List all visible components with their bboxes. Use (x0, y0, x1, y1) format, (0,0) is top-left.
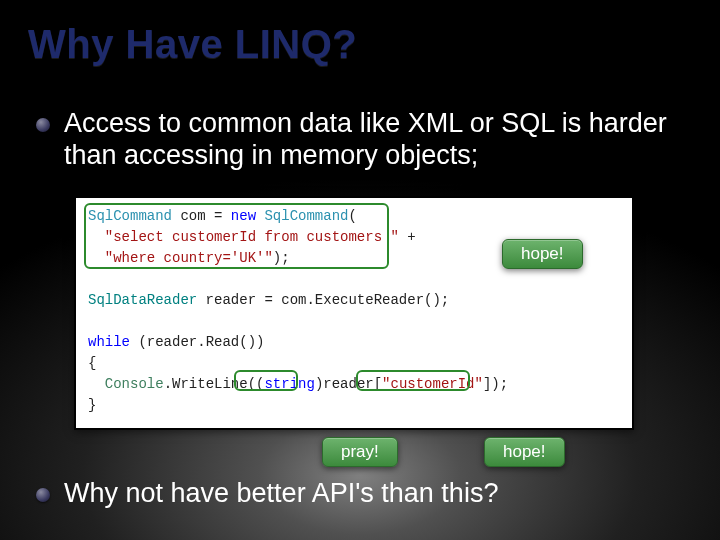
code-span (88, 271, 96, 287)
bullet-icon (36, 488, 50, 502)
callout-hope-bottom: hope! (484, 437, 565, 467)
code-card: SqlCommand com = new SqlCommand( "select… (74, 196, 634, 430)
highlight-box-indexer (356, 370, 470, 391)
code-span (88, 313, 96, 329)
code-span: reader = com.ExecuteReader(); (197, 292, 449, 308)
code-span: } (88, 397, 96, 413)
code-span: SqlDataReader (88, 292, 197, 308)
bullet-group-1: Access to common data like XML or SQL is… (36, 108, 684, 182)
callout-pray: pray! (322, 437, 398, 467)
code-span: ]); (483, 376, 508, 392)
code-span (88, 376, 105, 392)
bullet-icon (36, 118, 50, 132)
highlight-box-sql (84, 203, 389, 269)
code-span: while (88, 334, 130, 350)
bullet-text: Why not have better API's than this? (64, 478, 498, 510)
code-span: Console (105, 376, 164, 392)
slide: Why Have LINQ? Access to common data lik… (0, 0, 720, 540)
code-span: { (88, 355, 96, 371)
bullet-item: Why not have better API's than this? (36, 478, 684, 510)
slide-title: Why Have LINQ? (28, 22, 357, 67)
code-span: (reader.Read()) (130, 334, 264, 350)
bullet-text: Access to common data like XML or SQL is… (64, 108, 684, 172)
bullet-item: Access to common data like XML or SQL is… (36, 108, 684, 172)
highlight-box-cast (234, 370, 298, 391)
callout-hope-top: hope! (502, 239, 583, 269)
code-span: + (399, 229, 416, 245)
bullet-group-2: Why not have better API's than this? (36, 478, 684, 520)
